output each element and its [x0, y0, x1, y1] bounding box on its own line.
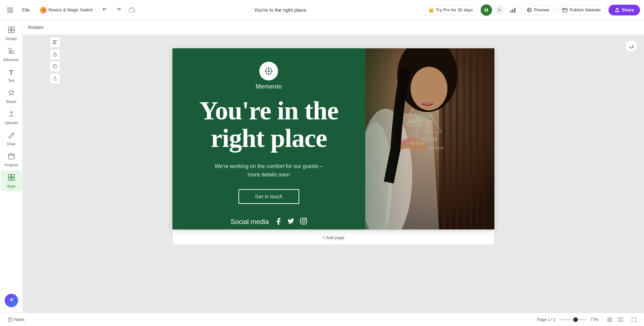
design-icon [8, 26, 15, 35]
svg-rect-66 [619, 320, 623, 322]
sidebar-item-apps[interactable]: Apps [1, 170, 22, 192]
sidebar-item-design[interactable]: Design [1, 23, 22, 44]
status-bar: Notes Page 1 / 1 77% [0, 313, 644, 326]
svg-rect-65 [619, 318, 623, 319]
share-tool-button[interactable] [50, 73, 60, 84]
magic-switch-button[interactable]: ✦ Resize & Magic Switch [36, 5, 97, 15]
lock-tool-button[interactable] [50, 49, 60, 60]
cloud-save-button[interactable] [126, 5, 137, 15]
redo-button[interactable] [113, 5, 124, 15]
position-label: Position [28, 25, 44, 30]
sidebar-item-elements[interactable]: Elements [1, 44, 22, 65]
share-label: Share [622, 7, 634, 12]
uploads-icon [8, 110, 15, 119]
svg-rect-61 [608, 318, 609, 319]
topbar: File ✦ Resize & Magic Switch You're in t… [0, 0, 644, 20]
svg-rect-21 [53, 40, 57, 41]
card-cta-button[interactable]: Get in touch [238, 189, 300, 204]
zoom-control[interactable] [559, 319, 586, 320]
notes-button[interactable]: Notes [5, 316, 27, 323]
status-bar-right: Page 1 / 1 77% [537, 315, 639, 324]
instagram-icon[interactable] [300, 217, 307, 227]
card-subtext: We're working on the comfort for our gue… [209, 162, 329, 179]
preview-label: Preview [534, 7, 549, 12]
svg-point-14 [9, 48, 11, 51]
twitter-icon[interactable] [287, 217, 294, 227]
sidebar-item-draw-label: Draw [7, 142, 16, 146]
canva-assistant-button[interactable] [5, 294, 18, 307]
svg-rect-3 [510, 10, 512, 13]
svg-rect-16 [8, 154, 14, 159]
svg-rect-12 [8, 30, 11, 33]
svg-point-39 [305, 218, 306, 219]
sidebar-item-text[interactable]: T Text [1, 65, 22, 86]
sidebar-item-brand[interactable]: Brand [1, 86, 22, 107]
projects-icon [8, 153, 15, 162]
card-social: Social media [230, 217, 307, 227]
text-icon: T [9, 68, 13, 77]
svg-rect-17 [8, 174, 11, 177]
sidebar-item-projects[interactable]: Projects [1, 149, 22, 170]
hamburger-button[interactable] [4, 4, 16, 16]
svg-rect-63 [608, 320, 609, 322]
notes-label: Notes [14, 317, 24, 322]
svg-rect-5 [514, 8, 516, 13]
elements-icon [8, 47, 15, 56]
add-collaborator-button[interactable]: + [495, 5, 504, 15]
share-button[interactable]: Share [608, 5, 640, 15]
svg-rect-18 [12, 174, 14, 177]
preview-button[interactable]: Preview [522, 5, 554, 15]
card-logo-area: Memento [256, 62, 282, 90]
brand-icon [8, 89, 15, 98]
svg-rect-22 [53, 42, 56, 42]
svg-point-34 [266, 72, 267, 74]
sidebar-item-apps-label: Apps [7, 184, 15, 188]
svg-rect-23 [53, 43, 56, 44]
try-pro-label: Try Pro for 30 days [436, 7, 473, 12]
file-button[interactable]: File [19, 5, 33, 15]
design-card[interactable]: Memento You're in the right place We're … [172, 48, 494, 229]
magic-icon: ✦ [40, 7, 47, 13]
svg-rect-64 [610, 320, 612, 322]
zoom-level: 77% [590, 317, 601, 322]
sidebar-item-draw[interactable]: Draw [1, 128, 22, 149]
user-avatar-button[interactable]: M [481, 4, 492, 16]
svg-rect-4 [512, 9, 514, 13]
svg-rect-24 [53, 44, 55, 44]
zoom-slider[interactable] [559, 319, 586, 320]
grid-view-button[interactable] [605, 315, 614, 324]
publish-label: Publish Website [570, 7, 601, 12]
align-tool-button[interactable] [50, 37, 60, 48]
copy-tool-button[interactable] [50, 61, 60, 72]
try-pro-button[interactable]: 👑 Try Pro for 30 days [423, 5, 478, 15]
card-headline: You're in the right place [186, 97, 352, 152]
sidebar-item-uploads-label: Uploads [4, 121, 18, 125]
undo-button[interactable] [100, 5, 110, 15]
svg-point-26 [55, 55, 55, 56]
analytics-button[interactable] [507, 4, 519, 16]
card-brand-name: Memento [256, 83, 282, 90]
fullscreen-button[interactable] [629, 315, 639, 324]
svg-rect-27 [54, 65, 57, 68]
document-title[interactable]: You're in the right place [249, 5, 312, 15]
svg-rect-62 [610, 318, 612, 319]
facebook-icon[interactable] [274, 217, 282, 227]
sidebar-item-brand-label: Brand [6, 100, 16, 104]
svg-rect-15 [11, 51, 14, 54]
svg-rect-0 [7, 8, 13, 8]
svg-point-36 [268, 70, 270, 72]
tool-panel [50, 37, 60, 84]
card-left-panel: Memento You're in the right place We're … [172, 48, 365, 229]
add-page-bar[interactable]: + Add page [172, 230, 494, 245]
topbar-right: 👑 Try Pro for 30 days M + Preview [423, 4, 640, 16]
publish-website-button[interactable]: Publish Website [557, 5, 606, 15]
svg-point-30 [265, 70, 267, 72]
svg-rect-2 [7, 12, 13, 12]
card-logo-circle [259, 62, 278, 80]
zoom-slider-thumb [573, 317, 578, 322]
card-social-label: Social media [230, 218, 269, 226]
photo-background [365, 48, 494, 229]
list-view-button[interactable] [616, 315, 625, 324]
sidebar-item-uploads[interactable]: Uploads [1, 107, 22, 128]
svg-rect-19 [8, 178, 11, 180]
